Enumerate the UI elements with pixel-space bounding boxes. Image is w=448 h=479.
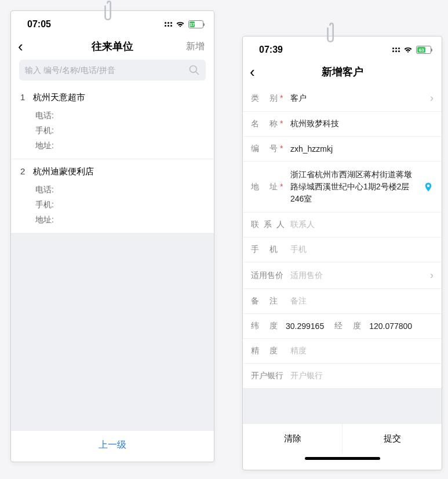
item-index: 1 bbox=[20, 92, 25, 103]
signal-icon bbox=[392, 47, 400, 52]
add-button[interactable]: 新增 bbox=[186, 41, 205, 53]
nav-bar: ‹ 往来单位 新增 bbox=[11, 35, 214, 60]
precision-label: 精 度 bbox=[251, 346, 286, 356]
previous-level-button[interactable]: 上一级 bbox=[11, 430, 214, 459]
status-time: 07:05 bbox=[27, 19, 51, 30]
wifi-icon bbox=[403, 46, 413, 53]
paperclip-icon bbox=[102, 0, 121, 24]
battery-level: 37 bbox=[190, 21, 195, 27]
name-value: 杭州致梦科技 bbox=[290, 119, 434, 129]
phone-screen-list: 07:05 37 ‹ 往来单位 新增 1 杭州天意超市 电话: 手机: 地址: bbox=[10, 10, 214, 462]
svg-line-1 bbox=[196, 72, 199, 75]
status-icons: 63 bbox=[392, 46, 431, 54]
unit-list: 1 杭州天意超市 电话: 手机: 地址: 2 杭州迪蒙便利店 电话: 手机: 地… bbox=[11, 85, 214, 233]
bank-label: 开户银行 bbox=[251, 371, 286, 381]
status-time: 07:39 bbox=[259, 45, 283, 55]
name-row[interactable]: 名 称* 杭州致梦科技 bbox=[243, 112, 442, 137]
lon-label: 经 度 bbox=[334, 321, 367, 331]
category-label: 类 别* bbox=[251, 93, 286, 104]
item-name: 杭州天意超市 bbox=[33, 92, 85, 103]
mobile-placeholder: 手机 bbox=[290, 244, 434, 255]
phone-screen-form: 07:39 63 ‹ 新增客户 类 别* 客户 › 名 称* 杭州致梦科技 编 … bbox=[242, 36, 442, 470]
code-row[interactable]: 编 号* zxh_hzzmkj bbox=[243, 137, 442, 162]
item-mobile: 手机: bbox=[20, 197, 205, 212]
name-label: 名 称* bbox=[251, 119, 286, 129]
wifi-icon bbox=[176, 21, 185, 28]
address-row[interactable]: 地 址* 浙江省杭州市西湖区蒋村街道蒋墩路绿城西溪世纪中心1期2号楼2层246室 bbox=[243, 162, 442, 213]
svg-point-2 bbox=[427, 184, 430, 187]
battery-icon: 37 bbox=[188, 20, 203, 28]
empty-area bbox=[243, 389, 442, 423]
footer-buttons: 清除 提交 bbox=[243, 423, 442, 454]
clear-button[interactable]: 清除 bbox=[243, 424, 343, 454]
category-row[interactable]: 类 别* 客户 › bbox=[243, 85, 442, 112]
item-phone: 电话: bbox=[20, 182, 205, 197]
coordinates-row[interactable]: 纬 度 30.299165 经 度 120.077800 bbox=[243, 314, 442, 339]
lon-value: 120.077800 bbox=[369, 321, 412, 331]
search-icon bbox=[188, 64, 200, 76]
back-button[interactable]: ‹ bbox=[250, 64, 255, 79]
bank-row[interactable]: 开户银行 开户银行 bbox=[243, 364, 442, 389]
home-indicator bbox=[305, 457, 380, 460]
address-label: 地 址* bbox=[251, 182, 286, 192]
contact-label: 联 系 人 bbox=[251, 220, 286, 230]
chevron-right-icon: › bbox=[430, 269, 434, 281]
contact-placeholder: 联系人 bbox=[290, 220, 434, 230]
item-mobile: 手机: bbox=[20, 123, 205, 138]
price-placeholder: 适用售价 bbox=[290, 270, 425, 281]
precision-placeholder: 精度 bbox=[290, 346, 434, 356]
list-item[interactable]: 1 杭州天意超市 电话: 手机: 地址: bbox=[11, 85, 214, 159]
address-value: 浙江省杭州市西湖区蒋村街道蒋墩路绿城西溪世纪中心1期2号楼2层246室 bbox=[290, 169, 418, 205]
code-value: zxh_hzzmkj bbox=[290, 144, 434, 153]
remark-placeholder: 备注 bbox=[290, 296, 434, 306]
battery-icon: 63 bbox=[416, 46, 431, 54]
chevron-right-icon: › bbox=[430, 92, 434, 104]
item-address: 地址: bbox=[20, 138, 205, 153]
mobile-label: 手 机 bbox=[251, 244, 286, 255]
category-value: 客户 bbox=[290, 93, 425, 104]
back-button[interactable]: ‹ bbox=[18, 39, 23, 54]
item-name: 杭州迪蒙便利店 bbox=[33, 166, 94, 177]
search-input[interactable] bbox=[25, 65, 188, 75]
paperclip-icon bbox=[325, 22, 343, 46]
location-pin-icon[interactable] bbox=[423, 182, 434, 192]
remark-label: 备 注 bbox=[251, 296, 286, 306]
battery-level: 63 bbox=[417, 47, 425, 53]
code-label: 编 号* bbox=[251, 144, 286, 154]
mobile-row[interactable]: 手 机 手机 bbox=[243, 237, 442, 262]
page-title: 新增客户 bbox=[243, 65, 442, 79]
search-wrap bbox=[11, 60, 214, 85]
item-index: 2 bbox=[20, 166, 25, 177]
lat-value: 30.299165 bbox=[286, 321, 324, 331]
page-title: 往来单位 bbox=[11, 39, 214, 53]
lat-label: 纬 度 bbox=[251, 321, 283, 331]
price-row[interactable]: 适用售价 适用售价 › bbox=[243, 262, 442, 289]
signal-icon bbox=[165, 22, 172, 27]
submit-button[interactable]: 提交 bbox=[343, 424, 442, 454]
empty-area bbox=[11, 233, 214, 430]
list-item[interactable]: 2 杭州迪蒙便利店 电话: 手机: 地址: bbox=[11, 159, 214, 233]
precision-row[interactable]: 精 度 精度 bbox=[243, 339, 442, 364]
nav-bar: ‹ 新增客户 bbox=[243, 61, 442, 85]
item-address: 地址: bbox=[20, 212, 205, 227]
price-label: 适用售价 bbox=[251, 270, 286, 281]
remark-row[interactable]: 备 注 备注 bbox=[243, 289, 442, 314]
item-phone: 电话: bbox=[20, 108, 205, 123]
status-icons: 37 bbox=[165, 20, 203, 28]
bank-placeholder: 开户银行 bbox=[290, 371, 434, 381]
contact-row[interactable]: 联 系 人 联系人 bbox=[243, 213, 442, 237]
search-box[interactable] bbox=[19, 60, 206, 81]
